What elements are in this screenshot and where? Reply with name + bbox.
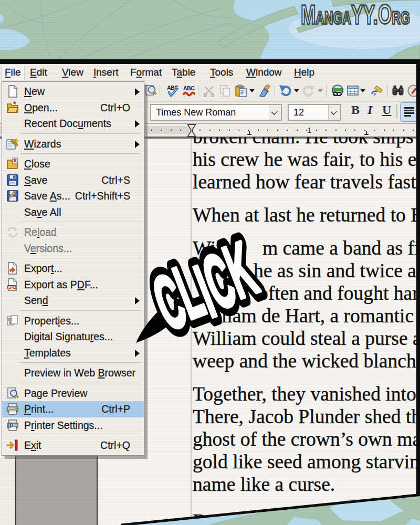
svg-text:MANGAYY.ORG: MANGAYY.ORG (301, 0, 410, 30)
svg-text:PDF: PDF (8, 285, 16, 289)
svg-text:ABC: ABC (183, 85, 195, 91)
